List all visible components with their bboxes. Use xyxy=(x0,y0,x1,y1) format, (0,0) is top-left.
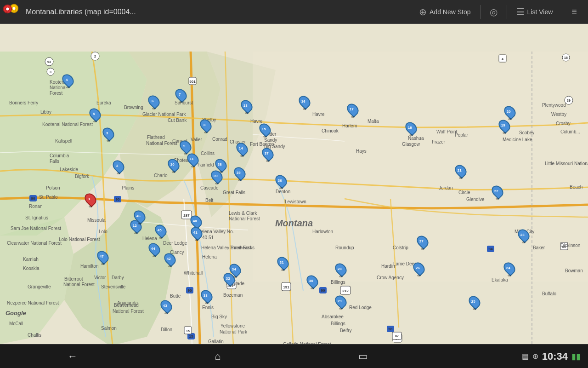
map-pin-22[interactable]: 22 xyxy=(492,185,503,198)
svg-text:40 51: 40 51 xyxy=(202,235,214,240)
svg-text:Valier: Valier xyxy=(191,137,202,142)
map-pin-8[interactable]: 8 xyxy=(201,119,211,132)
svg-text:Dillon: Dillon xyxy=(161,327,172,332)
map-pin-23[interactable]: 23 xyxy=(519,229,529,242)
map-pin-14[interactable]: 14 xyxy=(237,142,247,155)
svg-text:15: 15 xyxy=(186,329,190,333)
map-pin-10[interactable]: 10 xyxy=(169,158,179,171)
svg-text:Hamilton: Hamilton xyxy=(80,264,98,269)
map-pin-41[interactable]: 41 xyxy=(192,226,202,239)
svg-text:Glacier National Park: Glacier National Park xyxy=(142,112,186,117)
svg-text:Nashua: Nashua xyxy=(408,136,424,141)
map-pin-34[interactable]: 34 xyxy=(230,263,240,276)
svg-text:287: 287 xyxy=(183,213,190,218)
svg-text:Polson: Polson xyxy=(46,185,60,190)
map-pin-24[interactable]: 24 xyxy=(504,262,514,275)
add-stop-label: Add New Stop xyxy=(430,8,471,16)
map-pin-29[interactable]: 29 xyxy=(336,295,346,308)
list-icon: ☰ xyxy=(516,6,525,17)
recents-button[interactable]: ▭ xyxy=(290,345,435,368)
svg-text:Medicine Lake: Medicine Lake xyxy=(503,137,532,142)
map-pin-46[interactable]: 46 xyxy=(135,210,145,223)
map-pin-7[interactable]: 7 xyxy=(176,88,186,101)
svg-text:Helena Valley No.: Helena Valley No. xyxy=(198,229,234,234)
svg-text:Roundup: Roundup xyxy=(335,245,354,250)
map-pin-36[interactable]: 36 xyxy=(276,174,286,187)
map-pin-2[interactable]: 2 xyxy=(113,160,124,172)
svg-text:McCall: McCall xyxy=(9,321,23,326)
map-pin-47[interactable]: 47 xyxy=(98,250,108,263)
svg-text:Lakeside: Lakeside xyxy=(60,167,78,172)
svg-text:Lewistown: Lewistown xyxy=(285,199,306,204)
svg-text:Clearwater National Forest: Clearwater National Forest xyxy=(7,241,62,246)
svg-text:94: 94 xyxy=(489,247,493,251)
svg-text:Missoula: Missoula xyxy=(87,218,106,223)
svg-text:Plentywood: Plentywood xyxy=(542,103,566,108)
map-pin-26[interactable]: 26 xyxy=(414,262,424,275)
map-pin-20[interactable]: 20 xyxy=(505,105,515,118)
map-pin-45[interactable]: 45 xyxy=(156,224,166,237)
svg-text:Sam Joe National Forest: Sam Joe National Forest xyxy=(11,226,61,231)
svg-text:Circle: Circle xyxy=(458,190,470,195)
svg-text:Kalispell: Kalispell xyxy=(55,138,72,144)
google-logo: Google xyxy=(6,310,26,316)
map-pin-1[interactable]: 1 xyxy=(85,193,96,206)
svg-text:Bowman: Bowman xyxy=(565,268,583,273)
app-icon xyxy=(0,0,24,24)
svg-text:Sandy: Sandy xyxy=(264,138,277,143)
map-pin-6[interactable]: 6 xyxy=(149,95,159,108)
map-pin-28[interactable]: 28 xyxy=(336,263,346,276)
map-pin-13[interactable]: 13 xyxy=(242,99,252,112)
svg-text:501: 501 xyxy=(189,80,196,84)
map-pin-21[interactable]: 21 xyxy=(456,164,466,177)
map-pin-42[interactable]: 42 xyxy=(165,253,175,265)
svg-text:90: 90 xyxy=(116,197,120,201)
map-pin-15[interactable]: 15 xyxy=(260,123,270,136)
map-pin-11[interactable]: 11 xyxy=(188,153,198,166)
svg-text:Dickinson: Dickinson xyxy=(560,243,580,248)
map-pin-35[interactable]: 35 xyxy=(235,167,245,179)
map-pin-19[interactable]: 19 xyxy=(499,119,509,132)
map-pin-18[interactable]: 18 xyxy=(406,121,416,134)
topbar-actions: ⊕ Add New Stop ◎ ☰ List View ≡ xyxy=(413,4,588,20)
svg-text:Colstrip: Colstrip xyxy=(393,245,408,250)
map-pin-37[interactable]: 37 xyxy=(263,147,273,160)
map-pin-9[interactable]: 9 xyxy=(181,140,191,153)
location-button[interactable]: ◎ xyxy=(484,4,503,20)
map-pin-5[interactable]: 5 xyxy=(90,108,100,121)
list-view-button[interactable]: ☰ List View xyxy=(511,4,559,20)
map-pin-40[interactable]: 40 xyxy=(191,215,201,228)
svg-text:2: 2 xyxy=(94,55,96,58)
map-pin-38[interactable]: 38 xyxy=(216,158,226,171)
svg-text:Glasgow: Glasgow xyxy=(402,142,420,147)
svg-text:Great Falls: Great Falls xyxy=(223,190,245,195)
map-pin-44[interactable]: 44 xyxy=(149,242,159,255)
map-pin-30[interactable]: 30 xyxy=(307,275,317,288)
map-pin-31[interactable]: 31 xyxy=(278,256,288,269)
add-stop-button[interactable]: ⊕ Add New Stop xyxy=(413,4,476,20)
map-pin-3[interactable]: 3 xyxy=(103,127,113,140)
svg-text:Helena: Helena xyxy=(142,236,157,241)
signal-icon: ▤ xyxy=(522,352,529,361)
map-pin-33[interactable]: 33 xyxy=(202,289,212,302)
map-pin-4[interactable]: 4 xyxy=(63,74,73,86)
map-pin-25[interactable]: 25 xyxy=(469,295,480,308)
menu-button[interactable]: ≡ xyxy=(566,4,582,20)
svg-text:Kamiah: Kamiah xyxy=(23,257,39,262)
map-pin-39[interactable]: 39 xyxy=(212,170,222,183)
map-pin-43[interactable]: 43 xyxy=(161,299,171,312)
back-button[interactable]: ← xyxy=(0,345,145,368)
divider-2 xyxy=(507,5,507,19)
svg-text:Montana: Montana xyxy=(275,218,313,228)
divider-1 xyxy=(480,5,481,19)
battery-icon: ▮▮ xyxy=(571,351,581,362)
svg-text:Kooskia: Kooskia xyxy=(23,266,40,271)
home-button[interactable]: ⌂ xyxy=(145,345,290,368)
map-pin-17[interactable]: 17 xyxy=(348,103,358,116)
map-pin-16[interactable]: 16 xyxy=(300,95,310,108)
svg-text:Victor: Victor xyxy=(94,275,106,280)
svg-text:Bigfork: Bigfork xyxy=(75,174,90,179)
svg-text:191: 191 xyxy=(283,285,289,289)
map-pin-27[interactable]: 27 xyxy=(418,235,428,248)
map-container[interactable]: 90 90 90 90 90 94 15 93 2 501 3 18 89 19… xyxy=(0,24,588,344)
